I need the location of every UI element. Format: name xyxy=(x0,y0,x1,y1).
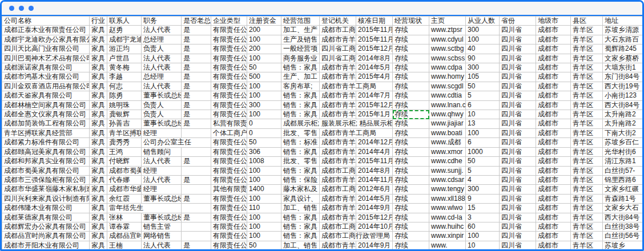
cell[interactable]: 是 xyxy=(182,157,211,166)
cell[interactable]: 负责人 xyxy=(142,44,182,54)
cell[interactable]: 成都市工商局 xyxy=(320,26,356,35)
cell[interactable]: 100 xyxy=(466,232,500,241)
cell[interactable]: 1400 xyxy=(247,185,281,194)
cell[interactable]: 销售：保险 xyxy=(281,175,320,184)
cell[interactable]: 青羊区 xyxy=(571,175,603,184)
cell[interactable]: 负责人 xyxy=(142,100,182,110)
cell[interactable]: 成都市青羊工商局 xyxy=(320,110,356,119)
cell[interactable]: 法人代表 xyxy=(142,63,182,72)
cell[interactable]: 成都市蜀美家具有限公司 xyxy=(2,166,90,175)
cell[interactable]: 50 xyxy=(247,63,281,72)
cell[interactable]: 成都市青羊工商局 xyxy=(320,91,356,100)
cell[interactable]: 存续 xyxy=(393,157,429,166)
cell[interactable]: 300 xyxy=(466,63,500,72)
cell[interactable]: 家具 xyxy=(90,232,107,241)
column-header-10[interactable]: 经营现状 xyxy=(393,17,429,26)
cell[interactable]: 大石东路百 xyxy=(603,35,644,44)
cell[interactable]: 四川省 xyxy=(500,147,536,156)
cell[interactable]: 大墙东街1 xyxy=(603,63,644,72)
cell[interactable]: 9 xyxy=(466,194,500,203)
cell[interactable]: 成都市青羊工商局 xyxy=(320,72,356,82)
cell[interactable]: 成都正泰木业有限责任公司 xyxy=(2,26,90,35)
column-header-12[interactable]: 从业人数 xyxy=(466,17,500,26)
cell[interactable]: 清江东路1 xyxy=(603,157,644,166)
cell[interactable]: 50 xyxy=(247,138,281,147)
cell[interactable]: 4 xyxy=(466,175,500,184)
cell[interactable] xyxy=(182,147,211,156)
cell[interactable]: 四川省 xyxy=(500,26,536,35)
cell[interactable]: www.lnan.c xyxy=(429,100,466,110)
cell[interactable]: 成都莱德家具有限公司 xyxy=(2,213,90,222)
cell[interactable]: 四川巴蜀神木艺术品有限公司 xyxy=(2,54,90,63)
cell[interactable]: 100 xyxy=(247,194,281,203)
cell[interactable]: 青羊区 xyxy=(571,204,603,213)
cell[interactable]: 加工、生产 xyxy=(281,26,320,35)
cell[interactable]: 2014年10月 xyxy=(356,222,393,231)
cell[interactable]: 销售：家具 xyxy=(281,110,320,119)
cell[interactable]: 存续 xyxy=(393,175,429,184)
cell[interactable]: 2015年4月 xyxy=(356,72,393,82)
cell[interactable]: 2012年6月 xyxy=(356,185,393,194)
cell[interactable]: 成都市 xyxy=(536,157,571,166)
column-header-14[interactable]: 地级市 xyxy=(536,17,571,26)
cell[interactable]: www.sunjj. xyxy=(429,166,466,175)
cell[interactable]: 是 xyxy=(182,63,211,72)
window-dot-2[interactable] xyxy=(19,6,24,11)
cell[interactable]: 成都市青羊工商局 xyxy=(320,63,356,72)
cell[interactable]: 青羊区 xyxy=(571,91,603,100)
cell[interactable]: 300 xyxy=(247,100,281,110)
cell[interactable]: 家具 xyxy=(90,26,107,35)
cell[interactable]: 成都市 xyxy=(536,175,571,184)
cell[interactable]: 100 xyxy=(247,82,281,91)
cell[interactable] xyxy=(182,204,211,213)
cell[interactable]: 四川兴利来家具设计制造有限公司 xyxy=(2,194,90,203)
cell[interactable]: 存续 xyxy=(393,241,429,250)
cell[interactable]: 成都市 xyxy=(536,147,571,156)
cell[interactable]: 成都市青羊工商局 xyxy=(320,100,356,110)
column-header-3[interactable]: 职务 xyxy=(142,17,182,26)
cell[interactable]: 成都市工商局 xyxy=(320,222,356,231)
cell[interactable]: 90 xyxy=(466,54,500,63)
cell[interactable]: 0 xyxy=(247,119,281,128)
cell[interactable]: 成都市 xyxy=(536,232,571,241)
cell[interactable]: 销售：家具 xyxy=(281,63,320,72)
cell[interactable]: 销售：家具 xyxy=(281,100,320,110)
cell[interactable]: 四川省 xyxy=(500,91,536,100)
cell[interactable]: 存续 xyxy=(393,119,429,128)
cell[interactable]: 销售：标准 xyxy=(281,138,320,147)
cell[interactable]: 6 xyxy=(466,138,500,147)
cell[interactable]: 四川省 xyxy=(500,222,536,231)
cell[interactable]: 500 xyxy=(247,72,281,82)
cell[interactable]: 家具 xyxy=(90,91,107,100)
cell[interactable]: www.sctbg xyxy=(429,44,466,54)
cell[interactable]: 存续 xyxy=(393,128,429,137)
cell[interactable]: 存续 xyxy=(393,222,429,231)
cell[interactable]: 成都市青羊工商局 xyxy=(320,194,356,203)
cell[interactable]: 存续 xyxy=(393,213,429,222)
cell[interactable]: 105 xyxy=(466,72,500,82)
cell[interactable]: 成都紧力标准件有限公司 xyxy=(2,138,90,147)
cell[interactable]: 有限责任公司 xyxy=(211,35,247,44)
cell[interactable]: 有限责任公司 xyxy=(211,26,247,35)
cell[interactable]: 是 xyxy=(182,82,211,91)
cell[interactable]: 3 xyxy=(466,213,500,222)
cell[interactable]: 四川金双喜酒店用品有限公司 xyxy=(2,82,90,91)
cell[interactable]: 50 xyxy=(247,241,281,250)
cell[interactable]: 西大街19号 xyxy=(603,82,644,91)
cell[interactable]: 2014年8月 xyxy=(356,54,393,63)
cell[interactable]: 孙善吉 xyxy=(107,119,142,128)
cell[interactable]: 成都林楠空间家具有限公司 xyxy=(2,100,90,110)
cell[interactable]: 2015年12月 xyxy=(356,44,393,54)
cell[interactable]: 300 xyxy=(466,26,500,35)
cell[interactable]: 存续 xyxy=(393,100,429,110)
cell[interactable]: 四川省 xyxy=(500,213,536,222)
cell[interactable] xyxy=(182,222,211,231)
cell[interactable]: 家具 xyxy=(90,44,107,54)
cell[interactable]: 10 xyxy=(466,241,500,250)
cell[interactable]: 白丝街57- xyxy=(603,166,644,175)
cell[interactable]: 白丝街38号 xyxy=(603,222,644,231)
cell[interactable]: 家具 xyxy=(90,138,107,147)
cell[interactable]: 四川省 xyxy=(500,72,536,82)
cell[interactable]: 销售：家具 xyxy=(281,213,320,222)
cell[interactable]: 成都市工商行政管理局 xyxy=(320,232,393,241)
